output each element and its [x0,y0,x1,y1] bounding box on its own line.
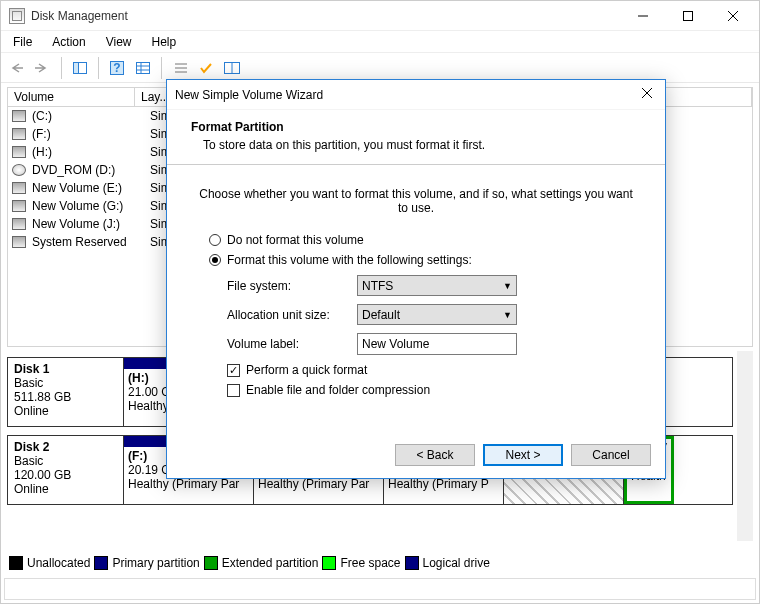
dialog-title: New Simple Volume Wizard [175,88,323,102]
svg-text:?: ? [113,61,120,75]
legend-label: Logical drive [423,556,490,570]
label-volume-label: Volume label: [227,337,357,351]
input-volume-label[interactable]: New Volume [357,333,517,355]
grid-icon[interactable] [131,56,155,80]
check-icon[interactable] [194,56,218,80]
disc-icon [12,164,26,176]
disk-type: Basic [14,376,117,390]
close-icon[interactable] [637,87,657,102]
disk-status: Online [14,404,117,418]
button-label: Cancel [592,448,629,462]
dialog-titlebar: New Simple Volume Wizard [167,80,665,110]
dropdown-value: NTFS [362,279,393,293]
scrollbar[interactable] [737,351,753,541]
drive-icon [12,200,26,212]
toolbar-divider [98,57,99,79]
disk-name: Disk 2 [14,440,117,454]
disk-status: Online [14,482,117,496]
drive-icon [12,128,26,140]
dialog-header: Format Partition To store data on this p… [167,110,665,165]
radio-icon [209,234,221,246]
disk-info[interactable]: Disk 2Basic120.00 GBOnline [8,436,124,504]
list-icon[interactable] [168,56,192,80]
drive-icon [12,146,26,158]
drive-icon [12,182,26,194]
volume-name: System Reserved [32,235,144,249]
app-icon [9,8,25,24]
legend-swatch [94,556,108,570]
panel-icon[interactable] [68,56,92,80]
disk-type: Basic [14,454,117,468]
partition-status: Healthy (Primary Par [128,477,249,491]
dialog-buttons: < Back Next > Cancel [395,444,651,466]
checkbox-icon [227,384,240,397]
back-icon[interactable] [5,56,29,80]
svg-rect-5 [74,62,79,73]
window-title: Disk Management [31,9,128,23]
volume-name: New Volume (J:) [32,217,144,231]
dialog-subheading: To store data on this partition, you mus… [185,138,647,152]
maximize-button[interactable] [665,2,710,30]
input-value: New Volume [362,337,429,351]
column-volume[interactable]: Volume [8,88,135,106]
drive-icon [12,236,26,248]
checkbox-compression[interactable]: Enable file and folder compression [227,383,633,397]
label-filesystem: File system: [227,279,357,293]
legend-label: Free space [340,556,400,570]
disk-name: Disk 1 [14,362,117,376]
dialog-body: Choose whether you want to format this v… [167,165,665,397]
toolbar-divider [61,57,62,79]
legend-swatch [405,556,419,570]
dropdown-allocation[interactable]: Default▼ [357,304,517,325]
drive-icon [12,218,26,230]
minimize-button[interactable] [620,2,665,30]
window-controls [620,2,755,30]
disk-size: 511.88 GB [14,390,117,404]
dialog-heading: Format Partition [185,120,647,134]
svg-rect-1 [683,11,692,20]
button-label: Next > [505,448,540,462]
radio-label: Format this volume with the following se… [227,253,472,267]
back-button[interactable]: < Back [395,444,475,466]
help-icon[interactable]: ? [105,56,129,80]
legend-swatch [204,556,218,570]
checkbox-label: Enable file and folder compression [246,383,430,397]
menu-help[interactable]: Help [152,35,177,49]
chevron-down-icon: ▼ [503,310,512,320]
cancel-button[interactable]: Cancel [571,444,651,466]
table-icon[interactable] [220,56,244,80]
forward-icon[interactable] [31,56,55,80]
volume-name: DVD_ROM (D:) [32,163,144,177]
legend-swatch [322,556,336,570]
radio-no-format[interactable]: Do not format this volume [209,233,623,247]
menu-bar: File Action View Help [1,31,759,53]
disk-info[interactable]: Disk 1Basic511.88 GBOnline [8,358,124,426]
radio-format[interactable]: Format this volume with the following se… [209,253,623,267]
dialog-description: Choose whether you want to format this v… [199,187,633,215]
checkbox-label: Perform a quick format [246,363,367,377]
next-button[interactable]: Next > [483,444,563,466]
volume-name: (H:) [32,145,144,159]
close-button[interactable] [710,2,755,30]
menu-file[interactable]: File [13,35,32,49]
legend-label: Primary partition [112,556,199,570]
new-volume-wizard-dialog: New Simple Volume Wizard Format Partitio… [166,79,666,479]
disk-size: 120.00 GB [14,468,117,482]
status-bar [4,578,756,600]
dropdown-value: Default [362,308,400,322]
label-allocation: Allocation unit size: [227,308,357,322]
partition-status: Healthy (Primary Par [258,477,379,491]
volume-name: (F:) [32,127,144,141]
menu-view[interactable]: View [106,35,132,49]
legend-label: Unallocated [27,556,90,570]
checkbox-quick-format[interactable]: ✓Perform a quick format [227,363,633,377]
dropdown-filesystem[interactable]: NTFS▼ [357,275,517,296]
disk-management-window: Disk Management File Action View Help ? … [0,0,760,604]
menu-action[interactable]: Action [52,35,85,49]
volume-name: New Volume (E:) [32,181,144,195]
legend: Unallocated Primary partition Extended p… [9,553,751,573]
drive-icon [12,110,26,122]
volume-name: (C:) [32,109,144,123]
radio-label: Do not format this volume [227,233,364,247]
toolbar-divider [161,57,162,79]
